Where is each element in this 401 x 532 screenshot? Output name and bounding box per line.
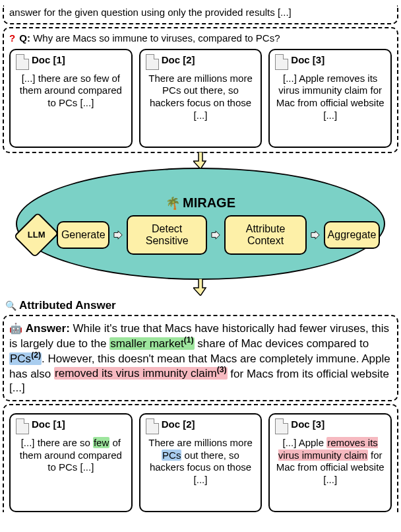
- page-icon: [275, 418, 288, 434]
- question-prefix: Q:: [19, 32, 30, 44]
- doc-highlight: few: [93, 437, 109, 448]
- llm-label: LLM: [28, 230, 46, 240]
- question-and-docs: ? Q: Why are Macs so immune to viruses, …: [3, 27, 398, 153]
- step-arrow-icon: [311, 230, 320, 240]
- doc-card-1: Doc [1] [...] there are so few of them a…: [9, 49, 133, 148]
- mirage-pipeline: MIRAGE LLM Generate Detect Sensitive Att…: [3, 168, 398, 280]
- doc-title: Doc [2]: [162, 418, 195, 431]
- llm-diamond: LLM: [13, 212, 59, 257]
- question-mark-icon: ?: [9, 32, 15, 44]
- doc-title: Doc [3]: [291, 418, 324, 431]
- robot-icon: [9, 322, 22, 335]
- step-attribute: Attribute Context: [224, 215, 307, 255]
- page-icon: [146, 418, 159, 434]
- doc-card-3: Doc [3] [...] Apple removes its virus im…: [268, 49, 392, 148]
- page-icon: [16, 54, 29, 70]
- highlight-1: smaller market(1): [109, 337, 194, 350]
- steps-row: LLM Generate Detect Sensitive Attribute …: [17, 215, 384, 255]
- attributed-answer-text: Attributed Answer: [19, 298, 116, 312]
- doc-text: [...] there are so few of them around co…: [16, 73, 126, 110]
- attributed-answer-label: Attributed Answer: [5, 298, 396, 312]
- doc-title: Doc [2]: [162, 54, 195, 67]
- palm-icon: [166, 195, 180, 211]
- bottom-docs: Doc [1] [...] there are so few of them a…: [3, 404, 398, 512]
- doc-text: [...] there are so few of them around co…: [16, 437, 126, 474]
- doc-text: [...] Apple removes its virus immunity c…: [275, 73, 385, 122]
- doc-title: Doc [3]: [291, 54, 324, 67]
- page-icon: [146, 54, 159, 70]
- highlight-3: removed its virus immunity claim(3): [54, 367, 228, 380]
- page-icon: [16, 418, 29, 434]
- step-arrow-icon: [211, 230, 220, 240]
- clipped-prompt-box: answer for the given question using only…: [3, 5, 398, 24]
- doc-text: There are millions more PCs out there, s…: [146, 73, 256, 122]
- step-arrow-icon: [113, 230, 123, 240]
- doc-card-2: Doc [2] There are millions more PCs out …: [139, 413, 262, 512]
- doc-title: Doc [1]: [32, 418, 65, 431]
- step-generate: Generate: [57, 221, 109, 249]
- doc-highlight: PCs: [162, 449, 181, 461]
- bottom-docs-row: Doc [1] [...] there are so few of them a…: [9, 413, 392, 512]
- highlight-2: PCs(2): [9, 352, 42, 365]
- doc-card-1: Doc [1] [...] there are so few of them a…: [9, 413, 133, 512]
- clipped-prompt-text: answer for the given question using only…: [9, 7, 292, 18]
- doc-title: Doc [1]: [32, 54, 65, 67]
- mirage-ellipse: MIRAGE LLM Generate Detect Sensitive Att…: [16, 168, 385, 280]
- doc-card-3: Doc [3] [...] Apple removes its virus im…: [268, 413, 392, 512]
- magnifier-icon: [5, 298, 16, 312]
- arrow-down-icon: [193, 279, 208, 296]
- question-row: ? Q: Why are Macs so immune to viruses, …: [9, 32, 392, 45]
- top-docs-row: Doc [1] [...] there are so few of them a…: [9, 49, 392, 148]
- mirage-title-text: MIRAGE: [183, 195, 235, 211]
- doc-text: There are millions more PCs out there, s…: [146, 437, 256, 486]
- step-detect: Detect Sensitive: [127, 215, 207, 255]
- answer-paragraph: Answer: While it's true that Macs have h…: [9, 321, 392, 395]
- step-aggregate: Aggregate: [324, 221, 380, 249]
- arrow-down-icon: [193, 152, 208, 169]
- mirage-title: MIRAGE: [166, 195, 235, 211]
- answer-label: Answer:: [26, 322, 70, 335]
- doc-card-2: Doc [2] There are millions more PCs out …: [139, 49, 262, 148]
- question-text: Why are Macs so immune to viruses, compa…: [33, 32, 280, 44]
- answer-box: Answer: While it's true that Macs have h…: [3, 315, 398, 401]
- doc-text: [...] Apple removes its virus immunity c…: [275, 437, 385, 486]
- page-icon: [275, 54, 288, 70]
